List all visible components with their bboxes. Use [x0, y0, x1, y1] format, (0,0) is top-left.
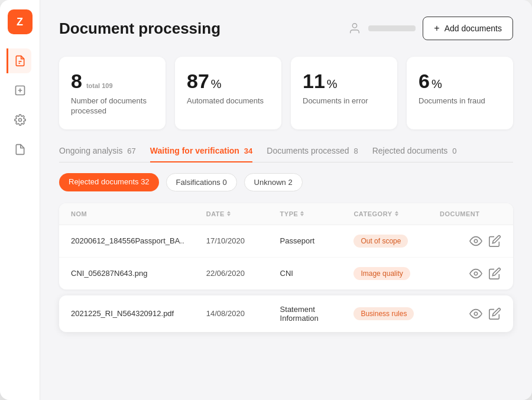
edit-icon[interactable]: [488, 235, 501, 248]
user-name-placeholder: [368, 25, 416, 31]
user-icon: [348, 22, 361, 35]
row-1-badge: Out of scope: [353, 235, 408, 248]
edit-icon[interactable]: [488, 267, 501, 280]
filter-unknown[interactable]: Unknown 2: [244, 173, 303, 191]
document-icon: [14, 55, 26, 67]
svg-point-9: [474, 312, 478, 316]
plus-icon: +: [434, 23, 439, 34]
table-row-floating: 2021225_RI_N564320912.pdf 14/08/2020 Sta…: [59, 295, 513, 332]
category-sort-icon: [395, 211, 398, 216]
row-3-type: Statement Information: [280, 305, 354, 323]
sidebar-item-scan[interactable]: [8, 78, 33, 103]
page-header: Document processing + Add documents: [59, 17, 513, 40]
sidebar-item-settings[interactable]: [8, 108, 33, 132]
row-1-name: 20200612_184556Passport_BA..: [71, 236, 206, 245]
type-sort-icon: [300, 211, 304, 216]
page-title: Document processing: [59, 19, 220, 38]
main-content: Document processing + Add documents 8 to…: [40, 0, 532, 400]
tab-waiting[interactable]: Waiting for verification 34: [150, 146, 253, 162]
col-type[interactable]: TYPE: [280, 210, 354, 217]
svg-point-5: [18, 119, 21, 122]
stat-label-automated: Automated documents: [187, 96, 270, 106]
stats-grid: 8 total 109 Number of documents processe…: [59, 57, 513, 129]
settings-icon: [14, 114, 26, 126]
col-nom: NOM: [71, 210, 206, 217]
row-1-actions: [440, 235, 501, 248]
sidebar-item-documents[interactable]: [7, 48, 31, 73]
view-icon[interactable]: [469, 267, 482, 280]
stat-number-processed: 8 total 109: [71, 70, 154, 93]
filter-falsifications[interactable]: Falsifications 0: [166, 173, 237, 191]
stat-card-automated: 87 % Automated documents: [175, 57, 281, 129]
view-icon[interactable]: [469, 307, 482, 320]
stat-card-error: 11 % Documents in error: [291, 57, 397, 129]
tab-ongoing[interactable]: Ongoing analysis 67: [59, 146, 136, 162]
row-2-actions: [440, 267, 501, 280]
table-row: 20200612_184556Passport_BA.. 17/10/2020 …: [59, 225, 513, 258]
row-2-type: CNI: [280, 269, 354, 278]
view-icon[interactable]: [469, 235, 482, 248]
stat-label-processed: Number of documents processed: [71, 96, 154, 116]
row-3-name: 2021225_RI_N564320912.pdf: [71, 309, 206, 318]
sidebar: Z: [0, 0, 40, 400]
row-3-actions: [440, 307, 501, 320]
row-1-category: Out of scope: [353, 235, 440, 248]
row-3-category: Business rules: [353, 307, 440, 320]
table-header: NOM DATE TYPE CATEGO: [59, 203, 513, 225]
svg-point-8: [474, 272, 478, 275]
date-sort-icon: [227, 211, 231, 216]
stat-label-fraud: Documents in fraud: [419, 96, 501, 106]
stat-number-error: 11 %: [303, 70, 385, 93]
row-2-date: 22/06/2020: [206, 269, 280, 278]
documents-table: NOM DATE TYPE CATEGO: [59, 203, 513, 290]
filter-rejected-documents[interactable]: Rejected documents 32: [59, 173, 159, 191]
table-row: CNI_056287N643.png 22/06/2020 CNI Image …: [59, 258, 513, 290]
tab-processed[interactable]: Documents processed 8: [267, 146, 358, 162]
edit-icon[interactable]: [488, 307, 501, 320]
add-documents-button[interactable]: + Add documents: [423, 17, 513, 40]
row-2-badge: Image quality: [353, 267, 410, 280]
row-3-date: 14/08/2020: [206, 309, 280, 318]
filter-badges: Rejected documents 32 Falsifications 0 U…: [59, 173, 513, 191]
row-1-date: 17/10/2020: [206, 236, 280, 245]
stat-number-fraud: 6 %: [419, 70, 501, 93]
stat-label-error: Documents in error: [303, 96, 385, 106]
row-2-category: Image quality: [353, 267, 440, 280]
row-3-badge: Business rules: [353, 307, 414, 320]
main-tabs: Ongoing analysis 67 Waiting for verifica…: [59, 146, 513, 162]
col-category[interactable]: CATEGORY: [353, 210, 440, 217]
col-document: DOCUMENT: [440, 210, 501, 217]
col-date[interactable]: DATE: [206, 210, 280, 217]
svg-point-7: [474, 239, 478, 243]
header-actions: + Add documents: [348, 17, 513, 40]
stat-card-fraud: 6 % Documents in fraud: [407, 57, 513, 129]
app-logo[interactable]: Z: [8, 9, 33, 34]
stat-card-processed: 8 total 109 Number of documents processe…: [59, 57, 166, 129]
row-2-name: CNI_056287N643.png: [71, 269, 206, 278]
row-1-type: Passeport: [280, 236, 354, 245]
sidebar-item-files[interactable]: [8, 137, 33, 162]
svg-point-6: [353, 24, 357, 28]
app-window: Z: [0, 0, 532, 400]
stat-number-automated: 87 %: [187, 70, 270, 93]
scan-icon: [14, 84, 26, 96]
tab-rejected[interactable]: Rejected documents 0: [372, 146, 457, 162]
file-icon: [14, 144, 26, 155]
